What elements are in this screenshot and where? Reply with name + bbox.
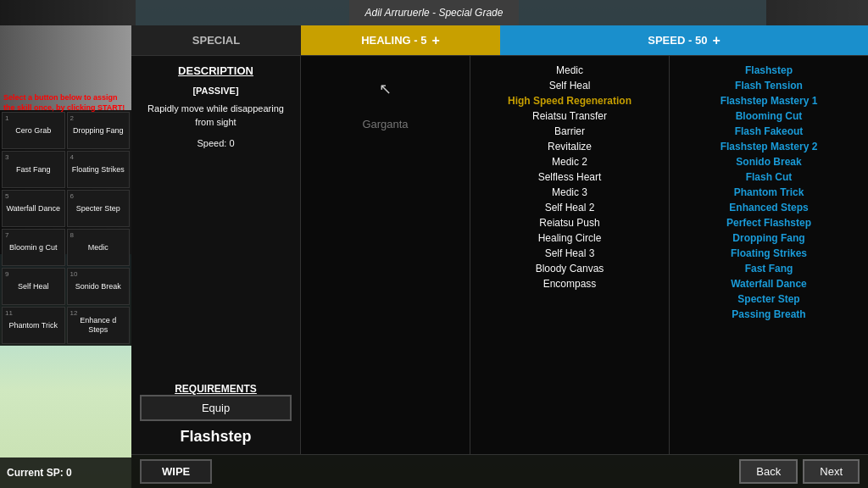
skill-cell-12[interactable]: 12Enhance d Steps	[67, 307, 131, 344]
description-body: [PASSIVE] Rapidly move while disappearin…	[140, 84, 292, 376]
cursor: ↖	[301, 63, 470, 115]
speed-item[interactable]: Specter Step	[670, 291, 868, 307]
description-column: DESCRIPTION [PASSIVE] Rapidly move while…	[131, 56, 301, 454]
skill-cell-label: Fast Fang	[16, 165, 51, 175]
skill-cell-4[interactable]: 4Floating Strikes	[67, 151, 131, 188]
skill-num: 10	[70, 270, 78, 278]
column-headers: SPECIAL HEALING - 5 + SPEED - 50 +	[131, 25, 868, 56]
skill-cell-label: Phantom Trick	[8, 321, 58, 330]
nav-buttons: Back Next	[739, 459, 860, 484]
skill-cell-label: Self Heal	[18, 282, 49, 291]
speed-item[interactable]: Enhanced Steps	[670, 200, 868, 215]
skill-num: 4	[70, 153, 74, 161]
speed-item[interactable]: Phantom Trick	[670, 185, 868, 200]
skill-cell-6[interactable]: 6Specter Step	[67, 190, 131, 227]
skill-cell-8[interactable]: 8Medic	[67, 229, 131, 266]
next-button[interactable]: Next	[803, 459, 860, 484]
special-column: ↖ Garganta	[301, 56, 470, 454]
healing-plus-btn[interactable]: +	[431, 33, 439, 48]
healing-item[interactable]: Revitalize	[470, 139, 669, 154]
speed-plus-btn[interactable]: +	[712, 33, 720, 48]
healing-item[interactable]: Medic 3	[470, 185, 669, 200]
speed-item[interactable]: Sonido Break	[670, 154, 868, 169]
healing-item[interactable]: Self Heal	[470, 78, 669, 93]
speed-item[interactable]: Perfect Flashstep	[670, 215, 868, 230]
speed-item[interactable]: Flash Cut	[670, 169, 868, 185]
skill-num: 3	[5, 153, 8, 161]
bottom-bar: WIPE Back Next	[131, 454, 868, 488]
skill-num: 6	[70, 192, 74, 200]
skill-cell-label: Dropping Fang	[73, 126, 124, 136]
desc-text: Rapidly move while disappearing from sig…	[140, 102, 292, 130]
col-header-speed: SPEED - 50 +	[500, 25, 868, 55]
speed-item[interactable]: Floating Strikes	[670, 246, 868, 261]
speed-item[interactable]: Blooming Cut	[670, 108, 868, 124]
healing-item[interactable]: Healing Circle	[470, 230, 669, 246]
healing-item[interactable]: Selfless Heart	[470, 169, 669, 185]
skill-cell-label: Floating Strikes	[72, 165, 125, 175]
skill-cell-2[interactable]: 2Dropping Fang	[67, 112, 131, 149]
desc-passive-label: [PASSIVE]	[140, 84, 292, 98]
healing-item[interactable]: Reiatsu Push	[470, 215, 669, 230]
healing-item[interactable]: Medic 2	[470, 154, 669, 169]
healing-item[interactable]: Self Heal 2	[470, 200, 669, 215]
speed-item[interactable]: Waterfall Dance	[670, 276, 868, 291]
skill-num: 11	[5, 309, 13, 317]
speed-item[interactable]: Flashstep Mastery 2	[670, 139, 868, 154]
skill-cell-3[interactable]: 3Fast Fang	[2, 151, 65, 188]
speed-item[interactable]: Dropping Fang	[670, 230, 868, 246]
skill-cell-5[interactable]: 5Waterfall Dance	[2, 190, 65, 227]
skill-cell-9[interactable]: 9Self Heal	[2, 268, 65, 305]
healing-item[interactable]: Barrier	[470, 124, 669, 139]
speed-item[interactable]: Flash Tension	[670, 78, 868, 93]
speed-item[interactable]: Fast Fang	[670, 261, 868, 276]
selected-skill-name: Flashstep	[140, 428, 292, 446]
skill-cell-label: Waterfall Dance	[6, 204, 60, 214]
speed-item[interactable]: Flashstep	[670, 63, 868, 78]
col-header-special: SPECIAL	[131, 25, 301, 55]
skill-cell-label: Medic	[88, 243, 108, 252]
skill-grid: 1Cero Grab2Dropping Fang3Fast Fang4Float…	[0, 110, 131, 346]
skill-cell-label: Specter Step	[76, 204, 120, 214]
speed-item[interactable]: Flash Fakeout	[670, 124, 868, 139]
healing-item[interactable]: Reiatsu Transfer	[470, 108, 669, 124]
healing-item[interactable]: Bloody Canvas	[470, 261, 669, 276]
skill-num: 2	[70, 114, 74, 122]
skill-num: 1	[5, 114, 8, 122]
speed-item[interactable]: Passing Breath	[670, 307, 868, 322]
skill-num: 5	[5, 192, 8, 200]
top-bar-title: Adil Arruruerle - Special Grade	[365, 7, 504, 19]
healing-item[interactable]: Medic	[470, 63, 669, 78]
equip-button[interactable]: Equip	[140, 395, 292, 421]
skill-num: 7	[5, 231, 8, 239]
sp-bar: Current SP: 0	[0, 458, 131, 488]
speed-item[interactable]: Flashstep Mastery 1	[670, 93, 868, 108]
skill-cell-1[interactable]: 1Cero Grab	[2, 112, 65, 149]
skill-cell-label: Bloomin g Cut	[9, 243, 58, 252]
skill-cell-7[interactable]: 7Bloomin g Cut	[2, 229, 65, 266]
wipe-button[interactable]: WIPE	[140, 459, 212, 484]
skill-num: 12	[70, 309, 78, 317]
healing-column: MedicSelf HealHigh Speed RegenerationRei…	[470, 56, 670, 454]
healing-item[interactable]: High Speed Regeneration	[470, 93, 669, 108]
skill-num: 8	[70, 231, 74, 239]
columns-body: DESCRIPTION [PASSIVE] Rapidly move while…	[131, 56, 868, 454]
skill-cell-10[interactable]: 10Sonido Break	[67, 268, 131, 305]
skill-num: 9	[5, 270, 8, 278]
top-bar: Adil Arruruerle - Special Grade	[0, 0, 868, 25]
skill-cell-label: Sonido Break	[75, 282, 121, 291]
sp-text: Current SP: 0	[7, 467, 72, 479]
special-item[interactable]: Garganta	[301, 115, 470, 133]
healing-item[interactable]: Self Heal 3	[470, 246, 669, 261]
healing-item[interactable]: Encompass	[470, 276, 669, 291]
description-heading: DESCRIPTION	[140, 64, 292, 77]
main-panel: SPECIAL HEALING - 5 + SPEED - 50 + DESCR…	[131, 25, 868, 454]
warning-text: Select a button below to assign the skil…	[3, 93, 129, 113]
skill-cell-label: Enhance d Steps	[71, 316, 126, 335]
back-button[interactable]: Back	[739, 459, 798, 484]
requirements-label: REQUIREMENTS	[140, 383, 292, 395]
desc-speed: Speed: 0	[140, 136, 292, 151]
skill-cell-label: Cero Grab	[15, 126, 51, 136]
speed-column: FlashstepFlash TensionFlashstep Mastery …	[670, 56, 868, 454]
skill-cell-11[interactable]: 11Phantom Trick	[2, 307, 65, 344]
